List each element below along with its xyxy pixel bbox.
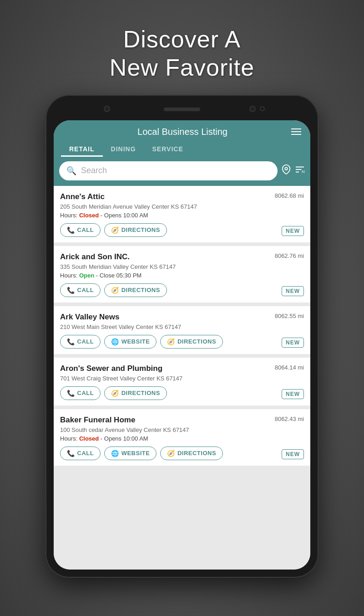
business-hours: Hours: Closed - Opens 10:00 AM [60,212,304,219]
hours-status: Open [79,272,94,279]
website-button[interactable]: 🌐 WEBSITE [104,447,157,460]
business-header: Ark Valley News 8062.55 mi [60,313,304,322]
business-address: 100 South cedar Avenue Valley Center KS … [60,426,304,433]
rear-camera-1 [249,106,256,112]
business-address: 210 West Main Street Valley Center KS 67… [60,323,304,330]
phone-device: Local Business Listing RETAIL DINING SER… [46,95,318,578]
phone-speaker [164,108,200,111]
call-button[interactable]: 📞 CALL [60,335,101,349]
phone-icon: 📞 [67,390,75,397]
hours-status: Closed [79,212,99,219]
svg-point-0 [285,168,288,170]
app-title-row: Local Business Listing [61,120,303,137]
business-card: Ark Valley News 8062.55 mi 210 West Main… [54,306,310,354]
business-actions: 📞 CALL 🧭 DIRECTIONS [60,386,304,400]
new-badge: NEW [282,389,304,399]
compass-icon: 🧭 [111,390,119,397]
hours-status: Closed [79,435,99,442]
compass-icon: 🧭 [167,450,175,457]
call-button[interactable]: 📞 CALL [60,447,101,460]
business-card: Baker Funeral Home 8062.43 mi 100 South … [54,409,310,466]
business-card: Arick and Son INC. 8062.76 mi 335 South … [54,246,310,303]
phone-icon: 📞 [67,338,75,345]
new-badge: NEW [282,338,304,348]
directions-button[interactable]: 🧭 DIRECTIONS [104,386,167,400]
hero-line2: New Favorite [110,54,254,81]
globe-icon: 🌐 [111,450,119,457]
app-title: Local Business Listing [76,127,289,137]
phone-screen: Local Business Listing RETAIL DINING SER… [54,120,310,570]
new-badge: NEW [282,449,304,459]
tab-retail[interactable]: RETAIL [61,143,103,157]
phone-icon: 📞 [67,450,75,457]
business-distance: 8064.14 mi [275,364,304,371]
business-distance: 8062.76 mi [275,252,304,259]
business-name: Ark Valley News [60,313,119,322]
location-icon[interactable] [281,164,291,177]
search-box[interactable]: 🔍 Search [59,161,278,180]
hero-title: Discover A New Favorite [110,25,254,82]
business-actions: 📞 CALL 🌐 WEBSITE 🧭 DIRECTIONS [60,447,304,460]
business-actions: 📞 CALL 🧭 DIRECTIONS [60,283,304,297]
business-name: Aron's Sewer and Plumbing [60,364,162,373]
business-name: Anne's Attic [60,192,105,201]
sort-icon[interactable]: AZ [295,164,305,177]
search-row: 🔍 Search AZ [54,157,310,186]
business-address: 205 South Meridian Avenue Valley Center … [60,203,304,210]
tab-dining[interactable]: DINING [103,143,144,157]
compass-icon: 🧭 [111,287,119,294]
business-actions: 📞 CALL 🧭 DIRECTIONS [60,223,304,237]
business-header: Arick and Son INC. 8062.76 mi [60,252,304,262]
business-address: 701 West Craig Street Valley Center KS 6… [60,375,304,382]
directions-button[interactable]: 🧭 DIRECTIONS [104,283,167,297]
phone-top-bar [54,103,310,120]
new-badge: NEW [282,286,304,296]
business-address: 335 South Meridian Valley Center KS 6714… [60,263,304,270]
globe-icon: 🌐 [111,338,119,345]
phone-icon: 📞 [67,287,75,294]
tab-service[interactable]: SERVICE [144,143,192,157]
website-button[interactable]: 🌐 WEBSITE [104,335,157,349]
call-button[interactable]: 📞 CALL [60,283,101,297]
business-distance: 8062.43 mi [275,416,304,422]
phone-icon: 📞 [67,226,75,234]
business-hours: Hours: Open - Close 05:30 PM [60,272,304,279]
app-header: Local Business Listing RETAIL DINING SER… [54,120,310,157]
directions-button[interactable]: 🧭 DIRECTIONS [160,335,223,349]
front-camera [104,106,110,112]
business-card: Anne's Attic 8062.68 mi 205 South Meridi… [54,186,310,242]
directions-button[interactable]: 🧭 DIRECTIONS [160,447,223,460]
compass-icon: 🧭 [111,226,119,234]
svg-text:AZ: AZ [302,170,305,174]
business-listing: Anne's Attic 8062.68 mi 205 South Meridi… [54,186,310,570]
search-icon: 🔍 [66,166,76,176]
business-hours: Hours: Closed - Opens 10:00 AM [60,435,304,442]
hamburger-menu-button[interactable] [289,127,303,137]
tab-bar: RETAIL DINING SERVICE [61,137,303,157]
directions-button[interactable]: 🧭 DIRECTIONS [104,223,167,237]
call-button[interactable]: 📞 CALL [60,223,101,237]
business-name: Arick and Son INC. [60,252,130,262]
new-badge: NEW [282,226,304,236]
business-card: Aron's Sewer and Plumbing 8064.14 mi 701… [54,358,310,406]
rear-camera-2 [260,106,265,111]
hero-line1: Discover A [123,26,241,52]
search-placeholder: Search [81,166,107,175]
business-header: Aron's Sewer and Plumbing 8064.14 mi [60,364,304,373]
business-header: Baker Funeral Home 8062.43 mi [60,416,304,425]
business-distance: 8062.68 mi [275,192,304,199]
business-distance: 8062.55 mi [275,313,304,319]
business-header: Anne's Attic 8062.68 mi [60,192,304,201]
compass-icon: 🧭 [167,338,175,345]
call-button[interactable]: 📞 CALL [60,386,101,400]
business-actions: 📞 CALL 🌐 WEBSITE 🧭 DIRECTIONS [60,335,304,349]
business-name: Baker Funeral Home [60,416,135,425]
